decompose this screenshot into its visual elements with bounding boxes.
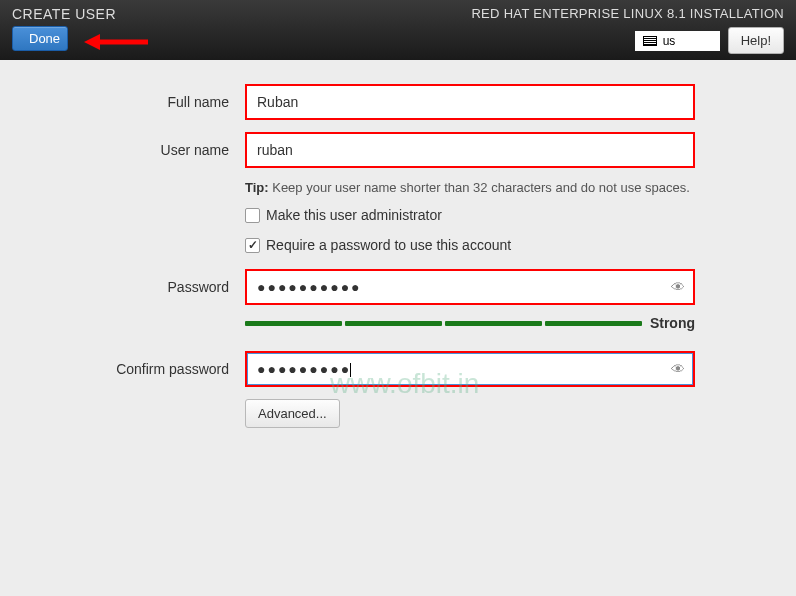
help-button[interactable]: Help! xyxy=(728,27,784,54)
username-tip: Tip: Keep your user name shorter than 32… xyxy=(245,180,695,195)
password-visibility-icon[interactable]: 👁 xyxy=(671,279,685,295)
confirm-password-label: Confirm password xyxy=(0,361,245,377)
password-label: Password xyxy=(0,279,245,295)
product-title: RED HAT ENTERPRISE LINUX 8.1 INSTALLATIO… xyxy=(471,6,784,21)
keyboard-layout-label: us xyxy=(663,34,676,48)
keyboard-layout-selector[interactable]: us xyxy=(635,31,720,51)
user-name-input[interactable] xyxy=(245,132,695,168)
admin-checkbox-label: Make this user administrator xyxy=(266,207,442,223)
require-password-checkbox[interactable] xyxy=(245,238,260,253)
done-button[interactable]: Done xyxy=(12,26,68,51)
full-name-label: Full name xyxy=(0,94,245,110)
password-input[interactable]: ●●●●●●●●●● xyxy=(245,269,695,305)
require-password-label: Require a password to use this account xyxy=(266,237,511,253)
keyboard-icon xyxy=(643,36,657,46)
admin-checkbox[interactable] xyxy=(245,208,260,223)
annotation-arrow-icon xyxy=(84,32,148,52)
confirm-password-visibility-icon[interactable]: 👁 xyxy=(671,361,685,377)
password-strength-meter: Strong xyxy=(245,315,695,331)
advanced-button[interactable]: Advanced... xyxy=(245,399,340,428)
full-name-input[interactable] xyxy=(245,84,695,120)
password-strength-label: Strong xyxy=(650,315,695,331)
page-title: CREATE USER xyxy=(12,6,116,22)
confirm-password-input[interactable]: ●●●●●●●●● xyxy=(245,351,695,387)
form-area: Full name User name Tip: Keep your user … xyxy=(0,60,796,428)
user-name-label: User name xyxy=(0,142,245,158)
svg-marker-1 xyxy=(84,34,100,50)
